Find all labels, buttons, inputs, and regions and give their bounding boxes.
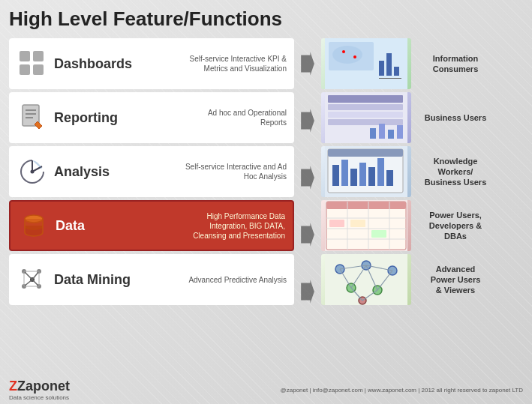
svg-rect-48 (368, 167, 375, 186)
page-title: High Level Feature/Functions (9, 7, 523, 31)
data-icon (18, 210, 50, 241)
dashboard-icon (17, 48, 48, 79)
analysis-desc: Self-service Interactive and Ad Hoc Anal… (182, 162, 287, 181)
svg-rect-30 (394, 67, 399, 76)
svg-rect-0 (20, 51, 30, 61)
thumb-data (321, 200, 411, 251)
svg-rect-46 (350, 169, 357, 186)
svg-rect-44 (332, 165, 339, 186)
svg-rect-43 (328, 149, 403, 157)
svg-rect-39 (388, 130, 394, 139)
logo-sub: Data science solutions (9, 394, 70, 401)
svg-rect-34 (328, 104, 403, 110)
data-label: Data (56, 218, 138, 234)
user-label-reporting: Business Users (417, 92, 494, 143)
svg-rect-50 (386, 170, 393, 186)
thumb-analysis (321, 146, 411, 197)
svg-rect-49 (377, 158, 384, 186)
svg-rect-3 (33, 64, 44, 75)
user-label-datamining: Advanced Power Users & Viewers (417, 254, 494, 305)
label-column: Information Consumers Business Users Kno… (411, 38, 494, 320)
main-content: Dashboards Self-service Interactive KPI … (9, 38, 523, 320)
analysis-label: Analysis (54, 164, 137, 180)
user-label-dashboards: Information Consumers (417, 38, 494, 89)
svg-rect-33 (328, 95, 403, 103)
svg-rect-28 (379, 61, 384, 76)
thumbnail-column (321, 38, 411, 320)
arrow-4 (296, 209, 319, 260)
mining-icon (17, 264, 48, 295)
datamining-desc: Advanced Predictive Analysis (188, 275, 287, 285)
svg-rect-45 (341, 160, 348, 186)
feature-row-analysis: Analysis Self-service Interactive and Ad… (9, 146, 294, 197)
svg-rect-61 (350, 220, 365, 227)
datamining-label: Data Mining (54, 272, 137, 288)
footer: ZZaponet Data science solutions @zaponet… (9, 379, 523, 401)
svg-line-18 (32, 280, 39, 286)
arrow-column (294, 38, 321, 320)
page-wrapper: High Level Feature/Functions Dashboards … (0, 0, 532, 404)
svg-rect-31 (379, 78, 401, 79)
report-icon (17, 102, 48, 133)
arrow-5 (296, 266, 319, 317)
svg-rect-40 (397, 125, 403, 139)
svg-rect-47 (359, 163, 366, 186)
svg-line-15 (24, 271, 32, 280)
thumb-datamining (321, 254, 411, 305)
svg-point-8 (31, 170, 35, 174)
svg-rect-1 (33, 51, 44, 61)
logo-name: Zaponet (17, 379, 70, 394)
svg-rect-29 (386, 53, 392, 76)
arrow-2 (296, 95, 319, 146)
svg-line-16 (32, 271, 39, 280)
svg-line-17 (24, 280, 32, 286)
reporting-desc: Ad hoc and Operational Reports (182, 108, 287, 127)
feature-row-datamining: Data Mining Advanced Predictive Analysis (9, 254, 294, 305)
svg-rect-35 (328, 112, 403, 118)
feature-row-data: Data High Performance Data Integration, … (9, 200, 294, 251)
svg-point-26 (342, 50, 345, 53)
svg-rect-60 (329, 220, 344, 227)
dashboards-label: Dashboards (54, 56, 137, 72)
user-label-analysis: Knowledge Workers/ Business Users (417, 146, 494, 197)
logo-text: ZZaponet (9, 379, 70, 394)
svg-rect-36 (328, 119, 403, 125)
svg-rect-2 (20, 64, 30, 75)
dashboards-desc: Self-service Interactive KPI & Metrics a… (182, 54, 287, 73)
left-column: Dashboards Self-service Interactive KPI … (9, 38, 294, 320)
analysis-icon (17, 156, 48, 187)
footer-contact: @zaponet | info@zaponet.com | www.zapone… (281, 387, 523, 394)
feature-row-dashboards: Dashboards Self-service Interactive KPI … (9, 38, 294, 89)
thumb-reporting (321, 92, 411, 143)
svg-rect-62 (371, 230, 386, 238)
reporting-label: Reporting (54, 110, 137, 126)
data-desc: High Performance Data Integration, BIG D… (180, 211, 285, 241)
svg-point-27 (353, 55, 356, 58)
logo-area: ZZaponet Data science solutions (9, 379, 70, 401)
arrow-1 (296, 38, 319, 89)
thumb-dashboards (321, 38, 411, 89)
user-label-data: Power Users, Developers & DBAs (417, 200, 494, 251)
feature-row-reporting: Reporting Ad hoc and Operational Reports (9, 92, 294, 143)
svg-point-25 (332, 46, 362, 64)
arrow-3 (296, 152, 319, 203)
svg-rect-38 (379, 124, 385, 139)
svg-rect-53 (326, 202, 406, 209)
svg-rect-37 (370, 128, 376, 139)
